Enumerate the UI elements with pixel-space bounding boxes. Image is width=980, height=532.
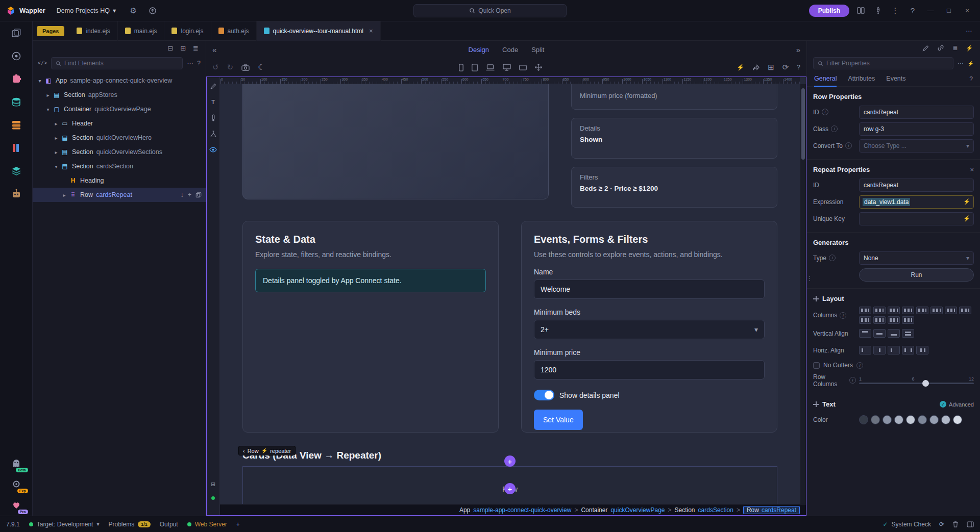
- refresh-icon[interactable]: ⟳: [939, 521, 944, 528]
- inspector-help-icon[interactable]: ?: [969, 75, 973, 83]
- breadcrumb-link-app[interactable]: sample-app-connect-quick-overview: [473, 506, 571, 514]
- chevron-down-icon[interactable]: ▾: [36, 78, 44, 84]
- tab-overflow-icon[interactable]: ⋯: [962, 28, 976, 35]
- grid-view-icon[interactable]: ⊞: [768, 63, 774, 72]
- chevron-down-icon[interactable]: ▾: [44, 107, 52, 112]
- output-button[interactable]: Output: [160, 521, 178, 528]
- rocket-icon[interactable]: [872, 5, 884, 17]
- color-swatch[interactable]: [871, 415, 880, 424]
- unique-key-bolt-icon[interactable]: ⚡: [963, 215, 970, 222]
- panel-toggle-icon[interactable]: [967, 521, 974, 527]
- info-icon[interactable]: i: [822, 109, 828, 115]
- unique-key-field[interactable]: ⚡: [859, 212, 974, 225]
- breadcrumb-link-section[interactable]: cardsSection: [698, 506, 733, 514]
- tree-more-icon[interactable]: ⋯: [187, 60, 193, 67]
- redo-icon[interactable]: ↻: [227, 63, 234, 72]
- desktop-device-icon[interactable]: [503, 64, 511, 71]
- tree-help-icon[interactable]: ?: [197, 60, 201, 67]
- close-button[interactable]: ×: [961, 4, 974, 17]
- experimental-gear-icon[interactable]: Exp: [10, 477, 23, 491]
- chevron-down-icon[interactable]: ▾: [52, 164, 60, 169]
- inspect-probe-icon[interactable]: [209, 130, 217, 138]
- move-down-icon[interactable]: ↓: [180, 191, 183, 198]
- tab-attributes[interactable]: Attributes: [848, 71, 875, 87]
- row-id-input[interactable]: [859, 106, 974, 119]
- color-swatch[interactable]: [859, 415, 868, 424]
- laptop-device-icon[interactable]: [486, 64, 495, 71]
- slider-thumb[interactable]: [922, 380, 929, 387]
- color-swatch[interactable]: [918, 415, 927, 424]
- share-preview-icon[interactable]: [752, 64, 760, 71]
- design-canvas[interactable]: T ⊞: [206, 77, 806, 516]
- info-icon[interactable]: i: [849, 377, 856, 384]
- measure-tool-icon[interactable]: [209, 114, 217, 122]
- screenshot-camera-icon[interactable]: [241, 64, 250, 71]
- expand-panel-icon[interactable]: »: [796, 45, 800, 54]
- pro-feature-heart-icon[interactable]: Pro: [10, 498, 23, 512]
- scrollbar-thumb[interactable]: [801, 88, 805, 160]
- grid-overlay-icon[interactable]: ⊞: [209, 480, 217, 488]
- info-icon[interactable]: i: [829, 255, 836, 261]
- back-icon[interactable]: ‹: [243, 448, 245, 454]
- color-swatch[interactable]: [883, 415, 892, 424]
- phone-device-icon[interactable]: [459, 64, 463, 71]
- selected-row-element[interactable]: + Row + +: [242, 466, 777, 504]
- align-stretch-icon[interactable]: [902, 329, 914, 338]
- convert-to-select[interactable]: Choose Type ... ▾: [859, 139, 974, 153]
- deploy-icon[interactable]: [146, 5, 159, 17]
- columns-layout-icon[interactable]: [959, 307, 971, 314]
- breadcrumb-link-container[interactable]: quickOverviewPage: [610, 506, 665, 514]
- columns-layout-icon[interactable]: [916, 307, 928, 314]
- color-swatch[interactable]: [906, 415, 915, 424]
- columns-layout-icon[interactable]: [859, 307, 871, 314]
- columns-layout-icon[interactable]: [873, 316, 886, 324]
- info-icon[interactable]: i: [840, 312, 846, 319]
- tree-item-section-appstores[interactable]: ▸ ▤ Section appStores: [33, 88, 206, 102]
- canvas-scrollbar[interactable]: [800, 84, 806, 504]
- columns-layout-icon[interactable]: [902, 307, 914, 314]
- trash-icon[interactable]: [952, 521, 959, 527]
- tree-item-section-cardssection[interactable]: ▾ ▤ Section cardsSection: [33, 159, 206, 173]
- pages-badge[interactable]: Pages: [37, 26, 64, 36]
- advanced-toggle[interactable]: ✓ Advanced: [940, 401, 974, 408]
- info-icon[interactable]: i: [831, 125, 838, 132]
- panel-splitter-handle[interactable]: ⋮: [806, 275, 813, 282]
- tab-login-ejs[interactable]: login.ejs: [164, 21, 211, 41]
- code-view-tab[interactable]: Code: [502, 46, 518, 54]
- unlink-icon[interactable]: [937, 44, 944, 52]
- expression-field[interactable]: data_view1.data ⚡: [859, 195, 974, 209]
- problems-button[interactable]: Problems 1/1: [108, 521, 150, 528]
- outline-view-icon[interactable]: ≣: [193, 44, 199, 52]
- run-generator-button[interactable]: Run: [859, 268, 974, 282]
- details-toggle-switch[interactable]: [534, 390, 554, 400]
- chevron-right-icon[interactable]: ▸: [52, 135, 60, 141]
- insert-before-button[interactable]: +: [504, 455, 516, 467]
- server-actions-icon[interactable]: [10, 118, 23, 132]
- duplicate-icon[interactable]: [195, 192, 202, 198]
- color-swatch[interactable]: [894, 415, 903, 424]
- edit-pencil-icon[interactable]: [922, 45, 929, 52]
- tree-item-header[interactable]: ▸ ▭ Header: [33, 116, 206, 131]
- chevron-right-icon[interactable]: ▸: [52, 149, 60, 155]
- typography-tool-icon[interactable]: T: [209, 98, 217, 106]
- settings-gear-icon[interactable]: ⚙: [127, 5, 139, 17]
- generator-type-select[interactable]: None ▾: [859, 251, 974, 265]
- align-bottom-icon[interactable]: [888, 329, 900, 338]
- info-icon[interactable]: i: [845, 142, 852, 149]
- expression-picker-bolt-icon[interactable]: ⚡: [963, 198, 970, 205]
- justify-start-icon[interactable]: [859, 346, 871, 354]
- file-manager-icon[interactable]: [10, 27, 23, 40]
- dark-mode-moon-icon[interactable]: ☾: [258, 63, 264, 72]
- justify-around-icon[interactable]: [916, 346, 928, 354]
- find-elements-box[interactable]: [51, 57, 183, 69]
- name-input[interactable]: [534, 280, 765, 299]
- columns-layout-icon[interactable]: [873, 307, 886, 314]
- inspector-bolt-icon[interactable]: ⚡: [968, 61, 974, 66]
- no-gutters-checkbox[interactable]: [813, 362, 820, 369]
- color-swatch[interactable]: [929, 415, 939, 424]
- tree-item-row-cardsrepeat-selected[interactable]: ▸ ⠿ Row cardsRepeat ↓ +: [33, 188, 206, 202]
- breadcrumb-current-element[interactable]: Row cardsRepeat: [743, 506, 800, 514]
- slider-track[interactable]: [859, 383, 974, 384]
- color-swatch[interactable]: [941, 415, 950, 424]
- inspector-more-icon[interactable]: ⋯: [958, 60, 964, 67]
